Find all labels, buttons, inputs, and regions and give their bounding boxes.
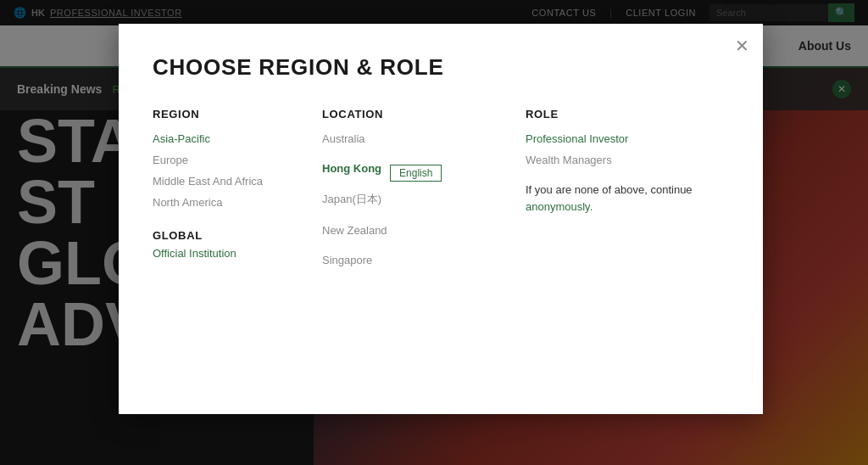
location-singapore-row: Singapore (322, 254, 526, 275)
region-header: REGION (153, 108, 322, 120)
location-header: LOCATION (322, 108, 526, 120)
modal-title: Choose Region & Role (153, 54, 729, 81)
modal-close-button[interactable]: ✕ (735, 37, 749, 54)
location-hongkong[interactable]: Hong Kong (322, 162, 381, 175)
global-header: GLOBAL (153, 229, 322, 242)
location-japan[interactable]: Japan(日本) (322, 192, 381, 207)
location-newzealand[interactable]: New Zealand (322, 224, 387, 237)
global-section: GLOBAL Official Institution (153, 229, 322, 260)
location-hongkong-row: Hong Kong English (322, 162, 526, 183)
role-column: ROLE Professional Investor Wealth Manage… (526, 108, 729, 283)
region-middle-east[interactable]: Middle East And Africa (153, 175, 322, 188)
official-institution-link[interactable]: Official Institution (153, 247, 322, 260)
modal-body: REGION Asia-Pacific Europe Middle East A… (153, 108, 729, 283)
region-asia-pacific[interactable]: Asia-Pacific (153, 132, 322, 145)
region-role-modal: ✕ Choose Region & Role REGION Asia-Pacif… (119, 24, 763, 414)
location-singapore[interactable]: Singapore (322, 254, 372, 266)
location-japan-row: Japan(日本) (322, 192, 526, 216)
location-australia-row: Australia (322, 132, 526, 154)
location-column: LOCATION Australia Hong Kong English Jap… (322, 108, 526, 283)
role-wealth-managers[interactable]: Wealth Managers (526, 154, 729, 166)
region-column: REGION Asia-Pacific Europe Middle East A… (153, 108, 322, 283)
location-newzealand-row: New Zealand (322, 224, 526, 245)
role-header: ROLE (526, 108, 729, 120)
language-english-button[interactable]: English (390, 165, 442, 182)
region-north-america[interactable]: North America (153, 196, 322, 209)
location-australia[interactable]: Australia (322, 132, 365, 145)
anonymous-text: If you are none of above, continue anony… (526, 182, 729, 215)
region-europe[interactable]: Europe (153, 154, 322, 166)
anonymous-link[interactable]: anonymously. (526, 200, 593, 213)
role-professional-investor[interactable]: Professional Investor (526, 132, 729, 145)
